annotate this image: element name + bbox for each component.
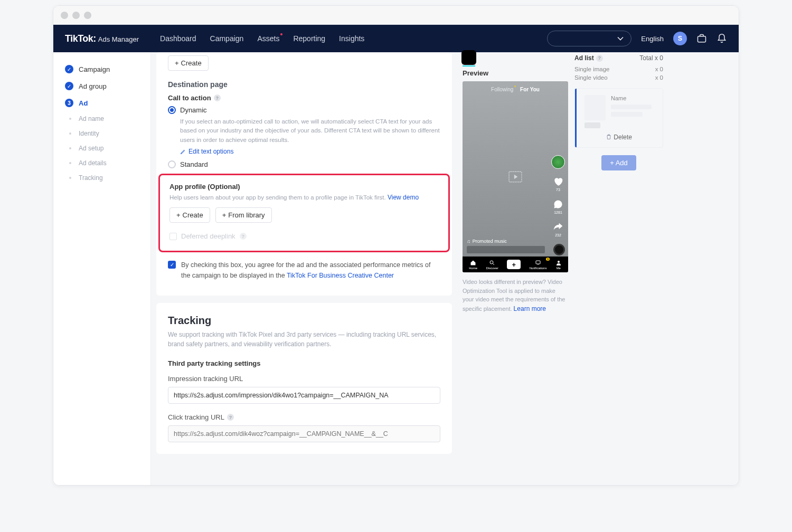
agreement-row: ✓ By checking this box, you agree for th… <box>156 260 452 290</box>
svg-rect-3 <box>536 261 540 264</box>
language-selector[interactable]: English <box>641 35 664 43</box>
nav-dashboard[interactable]: Dashboard <box>160 34 196 43</box>
agreement-text: By checking this box, you agree for the … <box>181 260 440 281</box>
trash-icon <box>606 134 612 140</box>
adlist-total: Total x 0 <box>639 54 663 62</box>
step-label: Campaign <box>79 65 110 73</box>
window-dot <box>84 12 91 19</box>
delete-ad-button[interactable]: Delete <box>581 134 656 141</box>
window-dot <box>72 12 80 19</box>
step-adgroup[interactable]: ✓ Ad group <box>53 78 150 94</box>
adlist-title: Ad list <box>574 54 594 62</box>
account-selector[interactable] <box>547 31 631 46</box>
radio-label: Dynamic <box>180 106 207 114</box>
phone-tabbar: Home Discover + Notifications <box>463 256 568 272</box>
substep-tracking[interactable]: Tracking <box>53 170 150 185</box>
pencil-icon <box>180 148 186 155</box>
adlist-single-video-row: Single videox 0 <box>574 73 663 82</box>
sidebar: ✓ Campaign ✓ Ad group 3 Ad Ad name Ident… <box>53 52 151 485</box>
tracking-title: Tracking <box>168 315 440 327</box>
info-icon: ? <box>214 94 221 101</box>
button-label: Create <box>181 59 202 67</box>
skeleton-badge <box>584 122 600 128</box>
svg-point-2 <box>490 261 493 264</box>
impression-url-input[interactable] <box>168 387 440 404</box>
app-profile-from-library-button[interactable]: + From library <box>215 207 272 223</box>
adlist-item-card[interactable]: Name Delete <box>574 88 663 148</box>
app-profile-create-button[interactable]: + Create <box>169 207 210 223</box>
phone-side-actions: 73 1281 232 <box>551 155 565 237</box>
app-profile-highlight: App profile (Optional) Help users learn … <box>158 174 450 252</box>
radio-label: Standard <box>180 160 208 168</box>
create-button-top[interactable]: + Create <box>168 55 209 71</box>
promoted-music: ♫ Promoted music <box>467 239 507 244</box>
click-url-input[interactable] <box>168 425 440 442</box>
main-panel: + Create Destination page Call to action… <box>151 52 457 485</box>
checkbox-label: Deferred deeplink <box>181 232 235 240</box>
substep-identity[interactable]: Identity <box>53 126 150 141</box>
skeleton-line <box>611 112 643 117</box>
phone-preview: Following For You 73 1281 <box>463 81 568 272</box>
share-icon: 232 <box>553 222 563 237</box>
view-demo-link[interactable]: View demo <box>388 194 419 201</box>
destination-section-label: Destination page <box>168 80 440 89</box>
chevron-down-icon <box>615 33 626 44</box>
top-nav: TikTok: Ads Manager Dashboard Campaign A… <box>53 25 739 52</box>
svg-point-4 <box>558 261 560 263</box>
impression-url-label: Impression tracking URL <box>168 375 440 383</box>
substep-ad-details[interactable]: Ad details <box>53 156 150 170</box>
adlist-column: Ad list ? Total x 0 Single imagex 0 Sing… <box>574 52 663 485</box>
browser-titlebar <box>53 6 739 25</box>
step-label: Ad group <box>79 82 107 90</box>
edit-text-options-link[interactable]: Edit text options <box>168 148 440 155</box>
right-column: Preview Following For You 73 <box>457 52 668 485</box>
link-label: Edit text options <box>188 148 233 155</box>
add-ad-button[interactable]: + Add <box>601 155 636 170</box>
nav-campaign[interactable]: Campaign <box>210 34 244 43</box>
like-icon: 73 <box>553 176 563 192</box>
app-icon <box>461 50 476 65</box>
nav-assets[interactable]: Assets <box>257 34 279 43</box>
skeleton-line <box>611 104 652 109</box>
ad-thumbnail <box>584 95 606 120</box>
tracking-desc: We support tracking with TikTok Pixel an… <box>168 330 440 349</box>
deferred-deeplink-checkbox[interactable]: Deferred deeplink ? <box>169 232 439 240</box>
briefcase-icon[interactable] <box>696 33 707 44</box>
adlist-header: Ad list ? Total x 0 <box>574 54 663 62</box>
plus-icon: + <box>175 59 179 67</box>
music-disc-icon <box>553 244 565 255</box>
name-label: Name <box>611 95 656 101</box>
app-profile-help: Help users learn about your app by sendi… <box>169 193 439 202</box>
dynamic-help-text: If you select an auto-optimized call to … <box>168 117 440 145</box>
learn-more-link[interactable]: Learn more <box>514 305 546 312</box>
preview-label: Preview <box>463 69 568 77</box>
tab-notifications: Notifications <box>530 260 547 270</box>
button-label: Create <box>183 211 203 219</box>
nav-links: Dashboard Campaign Assets Reporting Insi… <box>160 34 364 43</box>
bell-icon[interactable] <box>716 33 727 44</box>
tab-discover: Discover <box>486 260 498 270</box>
nav-reporting[interactable]: Reporting <box>293 34 325 43</box>
creative-center-link[interactable]: TikTok For Business Creative Center <box>287 272 394 279</box>
check-icon: ✓ <box>65 82 73 90</box>
substep-ad-name[interactable]: Ad name <box>53 111 150 126</box>
radio-standard[interactable]: Standard <box>168 160 440 168</box>
substep-ad-setup[interactable]: Ad setup <box>53 141 150 156</box>
info-icon: ? <box>596 55 603 62</box>
app-profile-title: App profile (Optional) <box>169 183 439 191</box>
step-ad[interactable]: 3 Ad <box>53 94 150 111</box>
checkbox-icon <box>169 233 177 240</box>
tab-home: Home <box>469 260 477 270</box>
brand-logo: TikTok: Ads Manager <box>65 33 139 44</box>
nav-insights[interactable]: Insights <box>339 34 364 43</box>
radio-dynamic[interactable]: Dynamic <box>168 106 440 114</box>
step-campaign[interactable]: ✓ Campaign <box>53 61 150 78</box>
cta-label: Call to action ? <box>168 94 440 102</box>
agreement-checkbox[interactable]: ✓ <box>168 261 176 269</box>
tab-create: + <box>507 260 521 269</box>
foryou-tab: For You <box>520 87 540 92</box>
video-placeholder-icon <box>508 171 522 183</box>
avatar[interactable]: S <box>673 32 687 45</box>
content-area: ✓ Campaign ✓ Ad group 3 Ad Ad name Ident… <box>53 52 739 485</box>
plus-icon: + <box>222 211 227 219</box>
